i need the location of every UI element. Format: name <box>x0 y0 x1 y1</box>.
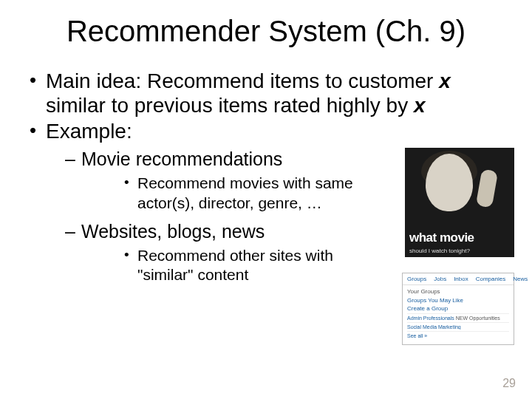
poster-subcaption: should I watch tonight? <box>409 248 470 254</box>
poster-caption: what movie <box>409 231 474 245</box>
text-fragment: Movie recommendations <box>81 149 282 169</box>
l1-item-main-idea: Main idea: Recommend items to customer x… <box>27 69 505 117</box>
card-row-text: NEW Opportunities <box>456 316 500 321</box>
card-panel: Your Groups Groups You May Like Create a… <box>403 285 514 344</box>
variable-x: x <box>414 94 426 117</box>
movie-poster-image: what movie should I watch tonight? <box>405 148 514 257</box>
text-fragment: Main idea: Recommend items to customer <box>46 69 439 92</box>
card-row-link: See all » <box>407 333 427 338</box>
poster-shape <box>426 154 473 211</box>
card-row: Social Media Marketing <box>407 322 509 330</box>
card-tab: Inbox <box>454 276 468 282</box>
poster-shape <box>476 168 498 208</box>
card-row-link: Admin Professionals <box>407 316 454 321</box>
card-tabs: Groups Jobs Inbox Companies News <box>403 273 514 285</box>
text-fragment: Websites, blogs, news <box>81 221 265 242</box>
card-tab: Companies <box>476 276 505 282</box>
text-fragment: similar to previous items rated highly b… <box>46 94 414 117</box>
card-tab: Jobs <box>434 276 446 282</box>
groups-card-image: Groups Jobs Inbox Companies News Your Gr… <box>402 273 514 345</box>
slide-title: Recommender System (Ch. 9) <box>27 15 505 48</box>
card-panel-link: Groups You May Like <box>407 297 509 304</box>
card-tab: Groups <box>407 276 426 282</box>
card-row: See all » <box>407 331 509 338</box>
variable-x: x <box>439 69 451 92</box>
card-row-link: Social Media Marketing <box>407 324 461 330</box>
card-tab: News <box>513 276 528 282</box>
card-row: Admin Professionals NEW Opportunities <box>407 313 509 321</box>
card-panel-title: Your Groups <box>407 288 509 295</box>
card-panel-link: Create a Group <box>407 305 509 312</box>
page-number: 29 <box>502 377 516 390</box>
text-fragment: Example: <box>46 120 132 143</box>
